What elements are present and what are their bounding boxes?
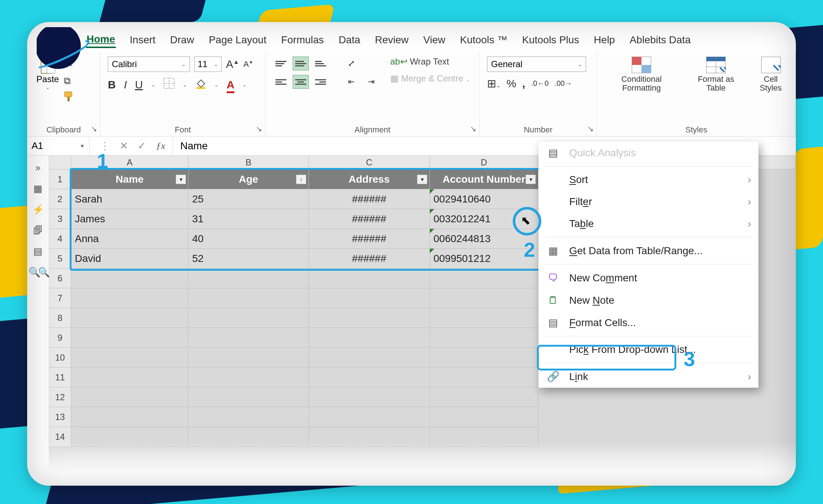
column-header[interactable]: A — [71, 156, 189, 169]
ctx-format-cells[interactable]: ▤Format Cells... — [538, 311, 758, 334]
row-header[interactable]: 6 — [49, 269, 71, 288]
cell[interactable] — [309, 387, 430, 407]
cell[interactable] — [189, 407, 309, 427]
cell[interactable]: Sarah — [71, 189, 189, 209]
cell[interactable] — [309, 427, 430, 447]
cell[interactable]: 31 — [189, 209, 309, 229]
ctx-filter[interactable]: Filter› — [538, 191, 758, 213]
row-header[interactable]: 14 — [49, 427, 71, 447]
filter-button-icon[interactable]: ↕ — [296, 175, 306, 184]
cell[interactable] — [71, 328, 189, 348]
italic-button[interactable]: I — [124, 78, 127, 91]
column-header[interactable]: B — [189, 156, 309, 169]
cell[interactable] — [71, 269, 189, 288]
dialog-launcher-icon[interactable]: ↘ — [91, 124, 97, 133]
cell[interactable]: 52 — [189, 249, 309, 269]
row-header[interactable]: 9 — [49, 328, 71, 348]
cell[interactable]: ###### — [309, 249, 430, 269]
row-header[interactable]: 1 — [49, 169, 71, 189]
cell[interactable] — [430, 427, 538, 447]
cell[interactable] — [309, 288, 430, 308]
cell[interactable] — [309, 328, 430, 348]
cell[interactable]: 0029410640 — [430, 189, 538, 209]
cell[interactable] — [189, 288, 309, 308]
border-button-icon[interactable] — [164, 78, 175, 91]
align-right-icon[interactable] — [312, 75, 329, 89]
ctx-sort[interactable]: Sort› — [538, 169, 758, 191]
cancel-icon[interactable]: ✕ — [120, 140, 128, 152]
cell[interactable] — [71, 387, 189, 407]
font-name-select[interactable]: Calibri⌄ — [108, 56, 190, 72]
cell[interactable] — [71, 368, 189, 387]
tab-home[interactable]: Home — [86, 32, 116, 48]
rail-icon[interactable]: ▦ — [33, 183, 43, 194]
row-header[interactable]: 10 — [49, 348, 71, 368]
dialog-launcher-icon[interactable]: ↘ — [588, 124, 594, 133]
error-indicator-icon[interactable] — [430, 249, 434, 253]
cell[interactable] — [430, 288, 538, 308]
cell[interactable] — [71, 348, 189, 368]
cell[interactable] — [430, 407, 538, 427]
increase-decimal-icon[interactable]: .0←0 — [531, 79, 549, 88]
rail-icon[interactable]: 🗐 — [33, 225, 43, 236]
accounting-format-icon[interactable]: ⊞⌄ — [487, 77, 501, 90]
rail-icon[interactable]: ▤ — [33, 246, 43, 257]
align-left-icon[interactable] — [273, 75, 289, 89]
ctx-new-comment[interactable]: 🗨New Comment — [538, 267, 758, 289]
name-box[interactable]: A1▼ — [27, 136, 89, 155]
cell[interactable]: James — [71, 209, 189, 229]
cell[interactable]: ###### — [309, 229, 430, 249]
cell[interactable] — [71, 407, 189, 427]
ctx-pick-list[interactable]: Pick From Drop-down List... — [538, 339, 758, 361]
cell[interactable] — [309, 348, 430, 368]
increase-font-icon[interactable]: A▲ — [226, 58, 239, 70]
ctx-table[interactable]: Table› — [538, 213, 758, 235]
cell[interactable] — [189, 368, 309, 387]
cell[interactable] — [430, 269, 538, 288]
cell[interactable] — [430, 387, 538, 407]
dialog-launcher-icon[interactable]: ↘ — [256, 124, 262, 133]
row-header[interactable]: 3 — [49, 209, 71, 229]
cell[interactable] — [430, 328, 538, 348]
row-header[interactable]: 5 — [49, 249, 71, 269]
tab-data[interactable]: Data — [338, 33, 361, 47]
copy-icon[interactable]: ⧉ — [64, 75, 76, 87]
format-painter-icon[interactable] — [64, 91, 76, 105]
cell[interactable] — [189, 348, 309, 368]
align-middle-icon[interactable] — [293, 56, 309, 70]
cell[interactable] — [189, 308, 309, 328]
cell[interactable]: ###### — [309, 209, 430, 229]
tab-kutools-plus[interactable]: Kutools Plus — [521, 33, 580, 47]
cell[interactable] — [309, 308, 430, 328]
ctx-new-note[interactable]: 🗒New Note — [538, 289, 758, 311]
cell[interactable] — [309, 407, 430, 427]
orientation-icon[interactable]: ⤢ — [343, 56, 359, 70]
wrap-text-button[interactable]: ab↩ Wrap Text — [390, 56, 470, 67]
dialog-launcher-icon[interactable]: ↘ — [470, 124, 476, 133]
tab-page-layout[interactable]: Page Layout — [208, 33, 267, 47]
error-indicator-icon[interactable] — [430, 209, 434, 213]
format-as-table-button[interactable]: Format as Table — [690, 56, 742, 123]
row-header[interactable]: 13 — [49, 407, 71, 427]
cell[interactable] — [309, 368, 430, 387]
cell[interactable] — [71, 308, 189, 328]
cell[interactable]: ###### — [309, 189, 430, 209]
conditional-formatting-button[interactable]: Conditional Formatting — [604, 56, 678, 123]
cell[interactable] — [189, 387, 309, 407]
cell[interactable]: David — [71, 249, 189, 269]
comma-icon[interactable]: , — [522, 77, 525, 90]
row-header[interactable]: 11 — [49, 368, 71, 387]
column-header[interactable]: C — [309, 156, 430, 169]
tab-formulas[interactable]: Formulas — [280, 33, 325, 47]
tab-review[interactable]: Review — [374, 33, 409, 47]
filter-button-icon[interactable]: ▾ — [417, 175, 427, 184]
decrease-indent-icon[interactable]: ⇤ — [343, 75, 359, 89]
cell[interactable] — [430, 368, 538, 387]
bold-button[interactable]: B — [108, 78, 116, 91]
font-color-icon[interactable]: A — [227, 78, 235, 91]
decrease-decimal-icon[interactable]: .00→ — [555, 79, 572, 88]
increase-indent-icon[interactable]: ⇥ — [363, 75, 379, 89]
percent-icon[interactable]: % — [506, 77, 516, 90]
number-format-select[interactable]: General⌄ — [487, 56, 586, 72]
cell[interactable] — [189, 269, 309, 288]
